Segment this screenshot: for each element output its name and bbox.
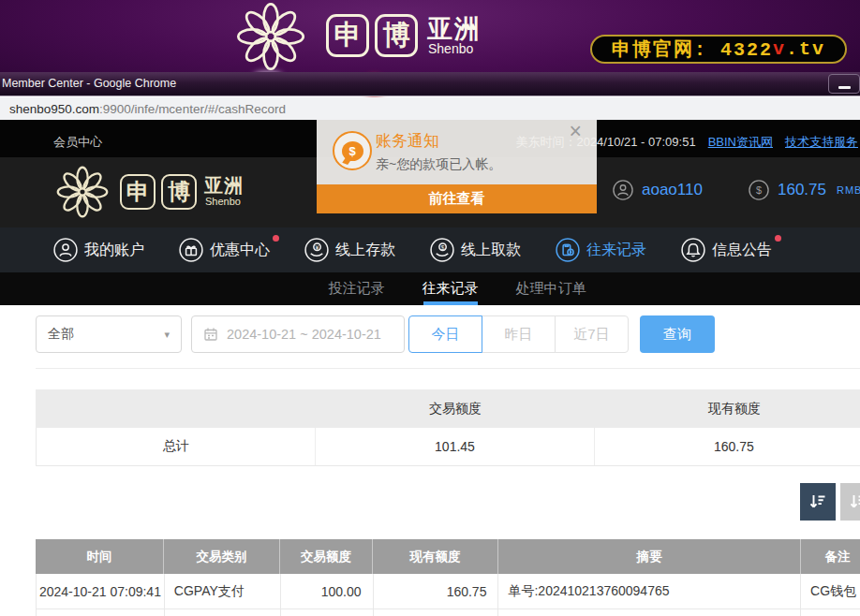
logo-char-shen: 申 — [120, 174, 156, 210]
member-center-label: 会员中心 — [53, 134, 102, 151]
notification-message: 亲~您的款项已入帐。 — [376, 156, 501, 173]
section-divider — [36, 368, 860, 369]
nav-item-promotions[interactable]: 优惠中心 — [179, 238, 270, 262]
summary-header-cell — [36, 389, 316, 428]
nav-item-my-account[interactable]: 我的账户 — [53, 238, 144, 262]
nav-item-announcements[interactable]: 信息公告 — [681, 238, 772, 262]
gift-icon — [179, 238, 203, 262]
svg-text:$: $ — [441, 244, 445, 251]
brand-banner: 申 博 亚洲 Shenbo 申博官网: 4322v.tv — [0, 0, 860, 72]
go-view-button[interactable]: 前往查看 — [317, 184, 597, 213]
chevron-down-icon: ▾ — [164, 329, 170, 341]
bell-icon — [681, 238, 705, 262]
nav-item-transaction-records[interactable]: 往来记录 — [556, 238, 646, 262]
tab-label: 往来记录 — [423, 280, 479, 298]
yesterday-button[interactable]: 昨日 — [482, 315, 556, 353]
summary-header-cell: 交易额度 — [316, 389, 595, 428]
badge-suffix: .tv — [786, 38, 825, 60]
sort-ascending-icon — [849, 492, 860, 511]
table-row: 2024-10-21 07:09:41 CGPAY支付 100.00 160.7… — [36, 574, 860, 609]
cell-note: CG钱包 — [801, 574, 860, 609]
tab-bet-records[interactable]: 投注记录 — [329, 272, 385, 305]
withdraw-icon: $ — [430, 238, 454, 262]
badge-highlight: v — [773, 38, 786, 60]
logo-char-bo: 博 — [161, 174, 197, 210]
money-bubble-icon: $ — [333, 131, 372, 170]
badge-prefix: 申博官网: 4322 — [612, 37, 773, 62]
logo-sub: Shenbo — [428, 41, 473, 56]
last7days-button[interactable]: 近7日 — [555, 315, 629, 353]
summary-total-row: 总计 101.45 160.75 — [36, 428, 860, 466]
tab-label: 投注记录 — [329, 280, 385, 298]
nav-label: 信息公告 — [712, 241, 772, 260]
today-button[interactable]: 今日 — [408, 315, 482, 353]
col-header-note: 备注 — [801, 539, 860, 574]
cell-summary: 单号:202410213760094765 — [498, 574, 801, 609]
url-bar[interactable]: shenbo950.com:9900/infe/mcenter/#/cashRe… — [0, 97, 860, 120]
link-bbin-news[interactable]: BBIN资讯网 — [708, 134, 773, 151]
window-title: Member Center - Google Chrome — [2, 77, 176, 90]
link-tech-support[interactable]: 技术支持服务 — [785, 134, 858, 151]
logo-char-bo: 博 — [375, 14, 418, 57]
nav-label: 我的账户 — [84, 241, 144, 260]
svg-text:$: $ — [756, 184, 762, 196]
sort-descending-button[interactable] — [800, 483, 836, 521]
type-select-value: 全部 — [48, 326, 74, 343]
cell-amount: 100.00 — [281, 574, 374, 609]
summary-transaction-amount: 101.45 — [316, 428, 594, 465]
summary-current-balance: 160.75 — [595, 428, 860, 465]
records-icon — [556, 238, 580, 262]
red-dot-badge — [775, 235, 781, 242]
cell-type: CGPAY支付 — [165, 574, 281, 609]
nav-item-deposit[interactable]: ¥ 线上存款 — [304, 238, 395, 262]
col-header-summary: 摘要 — [498, 539, 801, 574]
minimize-button[interactable] — [828, 74, 860, 94]
dollar-icon: $ — [749, 180, 769, 200]
window-titlebar[interactable]: Member Center - Google Chrome — [0, 72, 860, 96]
cell-balance: 160.75 — [374, 574, 499, 609]
username: aoao110 — [642, 181, 703, 199]
search-button[interactable]: 查询 — [640, 315, 715, 353]
main-nav: 我的账户 优惠中心 ¥ 线上存款 $ 线上取款 — [0, 227, 860, 272]
tab-transaction-records[interactable]: 往来记录 — [423, 272, 479, 305]
col-header-amount: 交易额度 — [280, 539, 373, 574]
screen: 申 博 亚洲 Shenbo 申博官网: 4322v.tv Member Cent… — [0, 0, 860, 616]
date-range-input[interactable]: 2024-10-21 ~ 2024-10-21 — [191, 315, 405, 353]
flower-logo-icon — [56, 166, 109, 218]
svg-text:¥: ¥ — [316, 244, 319, 251]
dollar-bubble-icon: $ — [342, 141, 363, 161]
sort-ascending-button[interactable] — [840, 483, 860, 521]
nav-item-withdraw[interactable]: $ 线上取款 — [430, 238, 521, 262]
col-header-type: 交易类别 — [164, 539, 280, 574]
calendar-icon — [203, 327, 218, 342]
currency-label: RMB — [837, 184, 860, 196]
red-dot-badge — [273, 235, 279, 242]
records-header-row: 时间 交易类别 交易额度 现有额度 摘要 备注 — [36, 539, 860, 574]
url-domain: shenbo950.com — [9, 102, 99, 116]
summary-total-label: 总计 — [37, 428, 316, 465]
cell-time: 2024-10-21 07:09:41 — [37, 574, 165, 609]
date-range-value: 2024-10-21 ~ 2024-10-21 — [227, 327, 381, 342]
table-row-partial — [36, 609, 860, 616]
col-header-balance: 现有额度 — [373, 539, 498, 574]
logo-sub: Shenbo — [205, 196, 241, 207]
sub-nav: 投注记录 往来记录 处理中订单 — [0, 272, 860, 305]
deposit-icon: ¥ — [304, 238, 329, 262]
tab-pending-orders[interactable]: 处理中订单 — [516, 272, 586, 305]
records-table: 时间 交易类别 交易额度 现有额度 摘要 备注 2024-10-21 07:09… — [36, 539, 860, 616]
user-balance[interactable]: $ 160.75 RMB — [749, 180, 860, 200]
user-icon — [53, 238, 78, 262]
content-area: 全部 ▾ 2024-10-21 ~ 2024-10-21 今日 昨日 近7日 查… — [0, 305, 860, 616]
col-header-time: 时间 — [36, 539, 164, 574]
logo-char-shen: 申 — [326, 14, 369, 57]
avatar-icon — [613, 180, 633, 200]
close-icon[interactable]: × — [570, 121, 582, 142]
type-select[interactable]: 全部 ▾ — [36, 315, 182, 353]
notification-popup: $ 账务通知 亲~您的款项已入帐。 × 前往查看 — [317, 120, 597, 213]
tab-label: 处理中订单 — [516, 280, 586, 298]
summary-header-cell: 现有额度 — [595, 389, 860, 428]
flower-logo-icon — [236, 2, 305, 71]
user-account[interactable]: aoao110 — [613, 180, 703, 200]
nav-label: 线上取款 — [461, 241, 521, 260]
official-site-badge[interactable]: 申博官网: 4322v.tv — [590, 35, 847, 64]
